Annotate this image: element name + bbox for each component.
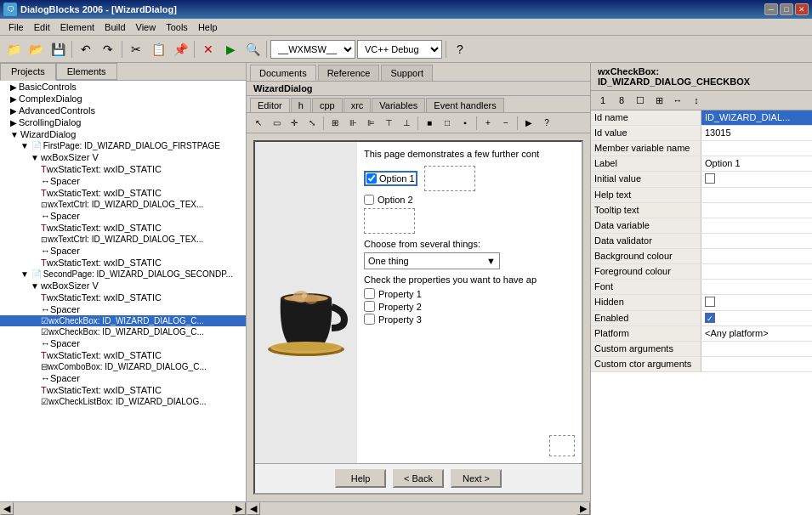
minimize-button[interactable]: ─: [764, 3, 778, 15]
back-button[interactable]: < Back: [393, 469, 444, 488]
tab-elements[interactable]: Elements: [56, 63, 117, 80]
tree-item-statictext7[interactable]: T wxStaticText: wxID_STATIC: [0, 384, 246, 396]
dropdown-one-thing[interactable]: One thing ▼: [364, 252, 500, 269]
props-tool-grid[interactable]: ⊞: [650, 93, 667, 108]
propval-idvalue[interactable]: 13015: [701, 126, 812, 140]
tree-item-spacer1[interactable]: ↔ Spacer: [0, 175, 246, 187]
propval-initialval[interactable]: [701, 172, 812, 187]
tree-item-statictext1[interactable]: T wxStaticText: wxID_STATIC: [0, 163, 246, 175]
scroll-right-btn[interactable]: ▶: [232, 502, 246, 515]
tree-item-combobox[interactable]: ⊟ wxComboBox: ID_WIZARD_DIALOG_C...: [0, 361, 246, 372]
propval-tooltip[interactable]: [701, 203, 812, 218]
propval-platform[interactable]: <Any platform>: [701, 326, 812, 341]
tool-preview[interactable]: ▶: [520, 116, 537, 131]
propval-idname[interactable]: ID_WIZARD_DIAL...: [701, 110, 812, 125]
tool-underline[interactable]: ▪: [457, 116, 474, 131]
tree-item-checkbox2[interactable]: ☑ wxCheckBox: ID_WIZARD_DIALOG_C...: [0, 326, 246, 337]
menu-help[interactable]: Help: [193, 20, 223, 34]
tree-item-advancedcontrols[interactable]: ▶ AdvancedControls: [0, 105, 246, 116]
prop1-checkbox[interactable]: [364, 288, 375, 299]
propval-fgcolour[interactable]: [701, 264, 812, 279]
tree-item-firstpage[interactable]: ▼ 📄 FirstPage: ID_WIZARD_DIALOG_FIRSTPAG…: [0, 140, 246, 151]
tree-item-checklistbox[interactable]: ☑ wxCheckListBox: ID_WIZARD_DIALOG...: [0, 396, 246, 407]
checkbox-enabled[interactable]: [705, 313, 715, 323]
menu-edit[interactable]: Edit: [29, 20, 55, 34]
run-button[interactable]: ▶: [220, 40, 241, 59]
propval-font[interactable]: [701, 280, 812, 294]
next-button[interactable]: Next >: [451, 469, 502, 488]
tab-support[interactable]: Support: [381, 65, 433, 81]
menu-view[interactable]: View: [131, 20, 162, 34]
propval-datavar[interactable]: [701, 218, 812, 233]
maximize-button[interactable]: □: [780, 3, 793, 15]
config-dropdown[interactable]: VC++ Debug: [357, 40, 442, 59]
propval-bgcolour[interactable]: [701, 249, 812, 263]
browse-button[interactable]: 🔍: [242, 40, 263, 59]
menu-element[interactable]: Element: [55, 20, 99, 34]
tree-item-basiccontrols[interactable]: ▶ BasicControls: [0, 81, 246, 93]
tree-item-spacer3[interactable]: ↔ Spacer: [0, 245, 246, 257]
tree-item-wizarddialog[interactable]: ▼ WizardDialog: [0, 128, 246, 140]
props-tool-1[interactable]: 1: [594, 93, 611, 108]
props-tool-hstretch[interactable]: ↔: [669, 93, 686, 108]
redo-button[interactable]: ↷: [98, 40, 118, 59]
new-button[interactable]: 📁: [3, 40, 24, 59]
tree-item-statictext4[interactable]: T wxStaticText: wxID_STATIC: [0, 257, 246, 269]
undo-button[interactable]: ↶: [76, 40, 96, 59]
tree-item-spacer2[interactable]: ↔ Spacer: [0, 210, 246, 222]
propval-hidden[interactable]: [701, 295, 812, 310]
tree-item-checkbox1[interactable]: ☑ wxCheckBox: ID_WIZARD_DIALOG_C...: [0, 315, 246, 326]
tool-help[interactable]: ?: [538, 116, 555, 131]
props-tool-checkbox[interactable]: ☐: [632, 93, 649, 108]
tab-variables[interactable]: Variables: [372, 98, 425, 112]
propval-helptext[interactable]: [701, 188, 812, 202]
tree-item-statictext6[interactable]: T wxStaticText: wxID_STATIC: [0, 349, 246, 361]
save-button[interactable]: 💾: [48, 40, 68, 59]
propval-label[interactable]: Option 1: [701, 156, 812, 171]
tool-italic[interactable]: □: [439, 116, 456, 131]
checkbox-hidden[interactable]: [705, 297, 715, 307]
tab-documents[interactable]: Documents: [250, 65, 316, 81]
props-tool-vstretch[interactable]: ↕: [688, 93, 705, 108]
menu-build[interactable]: Build: [99, 20, 130, 34]
tree-item-spacer4[interactable]: ↔ Spacer: [0, 303, 246, 315]
propval-enabled[interactable]: [701, 311, 812, 325]
propval-datavalidator[interactable]: [701, 234, 812, 248]
tool-select[interactable]: ▭: [268, 116, 285, 131]
tree-item-spacer5[interactable]: ↔ Spacer: [0, 337, 246, 349]
propval-customargs[interactable]: [701, 342, 812, 356]
propval-customctorargs[interactable]: [701, 357, 812, 371]
tree-item-textctrl2[interactable]: ⊡ wxTextCtrl: ID_WIZARD_DIALOG_TEX...: [0, 234, 246, 245]
propval-membervar[interactable]: [701, 141, 812, 156]
scroll-left-btn[interactable]: ◀: [0, 502, 14, 515]
tab-xrc[interactable]: xrc: [344, 98, 372, 112]
cut-button[interactable]: ✂: [126, 40, 146, 59]
tree-item-statictext2[interactable]: T wxStaticText: wxID_STATIC: [0, 187, 246, 199]
platform-dropdown[interactable]: __WXMSW__: [270, 40, 355, 59]
prop3-checkbox[interactable]: [364, 314, 375, 325]
tab-editor[interactable]: Editor: [250, 98, 290, 112]
tree-item-boxsizer2[interactable]: ▼ wxBoxSizer V: [0, 280, 246, 291]
tree-item-boxsizer1[interactable]: ▼ wxBoxSizer V: [0, 151, 246, 163]
tree-item-textctrl1[interactable]: ⊡ wxTextCtrl: ID_WIZARD_DIALOG_TEX...: [0, 199, 246, 210]
tree-item-spacer6[interactable]: ↔ Spacer: [0, 372, 246, 384]
props-tool-2[interactable]: 8: [613, 93, 630, 108]
help-button[interactable]: ?: [450, 40, 470, 59]
checkbox-initial[interactable]: [705, 173, 715, 184]
tool-grid[interactable]: ⊞: [327, 116, 344, 131]
tool-bold[interactable]: ■: [421, 116, 438, 131]
option1-checkbox[interactable]: [366, 173, 377, 184]
open-button[interactable]: 📂: [26, 40, 46, 59]
tab-projects[interactable]: Projects: [0, 63, 56, 81]
tab-reference[interactable]: Reference: [318, 65, 380, 81]
tree-item-secondpage[interactable]: ▼ 📄 SecondPage: ID_WIZARD_DIALOG_SECONDP…: [0, 269, 246, 280]
copy-button[interactable]: 📋: [148, 40, 168, 59]
left-hscroll[interactable]: ◀ ▶: [0, 501, 246, 515]
tool-zoom-in[interactable]: +: [480, 116, 497, 131]
tool-move[interactable]: ✛: [286, 116, 303, 131]
tree-item-statictext5[interactable]: T wxStaticText: wxID_STATIC: [0, 291, 246, 303]
menu-file[interactable]: File: [3, 20, 29, 34]
tool-resize[interactable]: ⤡: [304, 116, 321, 131]
tool-align-top[interactable]: ⊤: [380, 116, 397, 131]
tool-zoom-out[interactable]: −: [497, 116, 514, 131]
